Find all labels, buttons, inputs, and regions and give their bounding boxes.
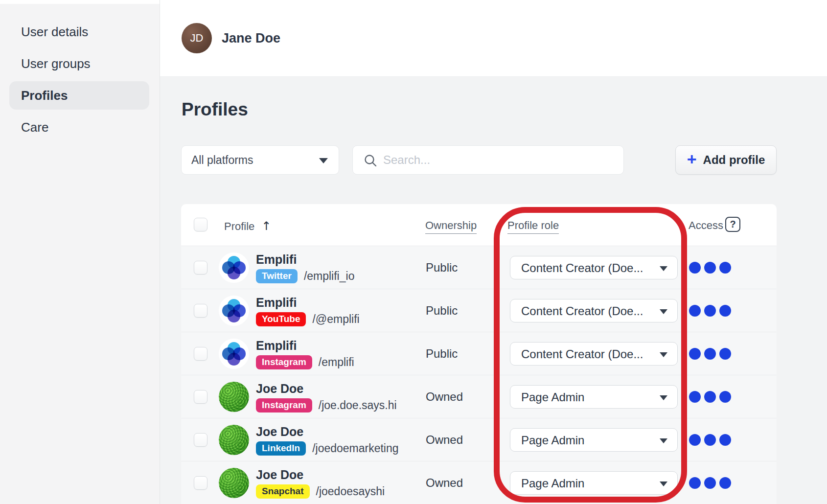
network-badge: LinkedIn (256, 441, 306, 456)
profile-role-dropdown[interactable]: Content Creator (Doe... (510, 256, 678, 279)
network-badge: YouTube (256, 312, 306, 326)
access-dot (719, 348, 731, 360)
platform-filter-value: All platforms (191, 154, 253, 167)
table-row: Joe Doe Instagram /joe.doe.says.hi Owned… (181, 375, 777, 418)
green-avatar (219, 425, 249, 455)
profile-role-value: Content Creator (Doe... (521, 347, 643, 361)
profile-avatar (219, 296, 249, 326)
green-avatar (219, 468, 249, 498)
access-dots (689, 391, 731, 403)
access-dot (704, 434, 716, 446)
sidebar-item-care[interactable]: Care (21, 120, 48, 135)
access-dot (719, 262, 731, 274)
profile-name: Emplifi (256, 339, 297, 353)
help-icon[interactable]: ? (725, 217, 740, 232)
row-checkbox[interactable] (194, 390, 207, 404)
add-profile-button[interactable]: + Add profile (675, 145, 777, 175)
access-dots (689, 305, 731, 317)
access-dot (719, 477, 731, 489)
sidebar-item-user-groups[interactable]: User groups (21, 56, 91, 71)
select-all-checkbox[interactable] (194, 218, 207, 231)
access-dot (689, 477, 701, 489)
profile-role-value: Content Creator (Doe... (521, 261, 643, 275)
search-box (352, 145, 624, 175)
row-checkbox[interactable] (194, 433, 207, 447)
access-dot (719, 434, 731, 446)
profile-avatar (219, 468, 249, 498)
row-checkbox[interactable] (194, 476, 207, 490)
profile-role-dropdown[interactable]: Content Creator (Doe... (510, 342, 678, 366)
row-checkbox[interactable] (194, 304, 207, 318)
profile-role-dropdown[interactable]: Content Creator (Doe... (510, 299, 678, 322)
table-header-row: Profile↑ Ownership Profile role Access ? (181, 204, 777, 246)
profile-avatar (219, 252, 249, 283)
profile-name: Joe Doe (256, 382, 303, 396)
access-dot (689, 262, 701, 274)
chevron-down-icon (660, 266, 667, 271)
table-row: Joe Doe Snapchat /joedoesayshi Owned Pag… (181, 461, 777, 504)
sidebar: User details User groups Profiles Care (0, 4, 160, 504)
profile-role-value: Content Creator (Doe... (521, 304, 643, 318)
profile-name: Joe Doe (256, 425, 303, 439)
chevron-down-icon (660, 438, 667, 443)
table-row: Joe Doe LinkedIn /joedoemarketing Owned … (181, 418, 777, 461)
profile-handle: /joedoemarketing (312, 442, 398, 455)
emplifi-logo-icon (221, 254, 247, 281)
profile-handle: /joe.doe.says.hi (319, 399, 397, 412)
access-dot (704, 391, 716, 403)
access-dots (689, 348, 731, 360)
add-profile-label: Add profile (703, 153, 765, 167)
sidebar-item-profiles[interactable]: Profiles (21, 88, 68, 103)
profile-handle: /@emplifi (312, 313, 359, 326)
access-dot (689, 348, 701, 360)
emplifi-logo-icon (221, 341, 247, 367)
access-dots (689, 477, 731, 489)
table-row: Emplifi YouTube /@emplifi Public Content… (181, 289, 777, 332)
access-dot (704, 348, 716, 360)
access-dot (704, 305, 716, 317)
row-checkbox[interactable] (194, 347, 207, 361)
column-header-profile-role[interactable]: Profile role (507, 219, 559, 234)
table-body: Emplifi Twitter /emplifi_io Public Conte… (181, 246, 777, 504)
sort-ascending-icon: ↑ (261, 219, 271, 233)
ownership-value: Public (426, 261, 458, 275)
profile-handle: /emplifi_io (304, 270, 355, 283)
profile-handle: /emplifi (319, 356, 354, 369)
plus-icon: + (687, 150, 697, 169)
profile-role-dropdown[interactable]: Page Admin (510, 471, 678, 495)
search-input[interactable] (383, 146, 613, 174)
ownership-value: Owned (426, 433, 463, 447)
profile-avatar (219, 339, 249, 369)
row-checkbox[interactable] (194, 261, 207, 275)
chevron-down-icon (319, 158, 328, 163)
access-dot (689, 391, 701, 403)
ownership-value: Public (426, 347, 458, 361)
table-row: Emplifi Instagram /emplifi Public Conten… (181, 332, 777, 375)
access-dot (689, 434, 701, 446)
network-badge: Twitter (256, 269, 298, 283)
profile-role-value: Page Admin (521, 390, 584, 404)
green-avatar (219, 382, 249, 412)
column-header-ownership[interactable]: Ownership (425, 219, 477, 234)
sidebar-item-user-details[interactable]: User details (21, 24, 88, 40)
user-name: Jane Doe (222, 31, 280, 46)
profile-role-dropdown[interactable]: Page Admin (510, 428, 678, 452)
ownership-value: Owned (426, 390, 463, 404)
chevron-down-icon (660, 309, 667, 314)
access-dot (719, 305, 731, 317)
access-dots (689, 262, 731, 274)
table-row: Emplifi Twitter /emplifi_io Public Conte… (181, 246, 777, 289)
column-header-profile[interactable]: Profile↑ (224, 219, 271, 233)
access-dot (704, 477, 716, 489)
platform-filter-select[interactable]: All platforms (181, 145, 339, 175)
profile-handle: /joedoesayshi (316, 485, 385, 498)
profile-avatar (219, 382, 249, 412)
ownership-value: Public (426, 304, 458, 318)
emplifi-logo-icon (221, 298, 247, 324)
profiles-table: Profile↑ Ownership Profile role Access ?… (181, 204, 777, 504)
profile-avatar (219, 425, 249, 455)
profile-name: Joe Doe (256, 468, 303, 482)
chevron-down-icon (660, 395, 667, 400)
profile-role-dropdown[interactable]: Page Admin (510, 385, 678, 409)
access-dot (719, 391, 731, 403)
